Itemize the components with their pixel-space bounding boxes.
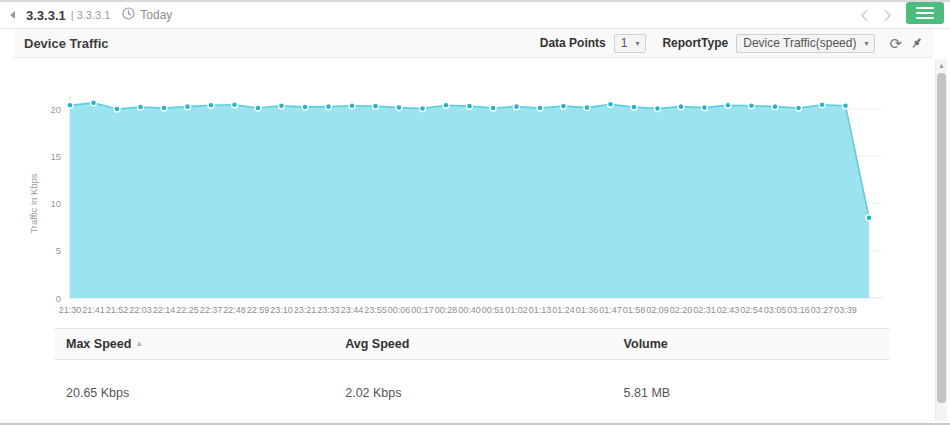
svg-text:21:30: 21:30	[59, 305, 82, 315]
svg-text:02:09: 02:09	[646, 305, 669, 315]
sort-asc-icon: ▲	[135, 339, 143, 348]
svg-text:23:44: 23:44	[341, 305, 364, 315]
svg-text:22:14: 22:14	[153, 305, 176, 315]
svg-text:23:21: 23:21	[294, 305, 317, 315]
nav-next-icon[interactable]	[883, 9, 892, 22]
report-type-label: ReportType	[662, 36, 728, 50]
avg-speed-value: 2.02 Kbps	[333, 360, 611, 410]
svg-text:02:31: 02:31	[693, 305, 716, 315]
svg-text:00:51: 00:51	[482, 305, 505, 315]
widget-title: Device Traffic	[24, 36, 109, 51]
svg-text:02:43: 02:43	[717, 305, 740, 315]
clock-icon	[122, 7, 135, 23]
svg-text:20: 20	[50, 104, 61, 115]
max-speed-value: 20.65 Kbps	[54, 360, 333, 410]
svg-text:01:47: 01:47	[599, 305, 622, 315]
device-name: 3.3.3.1	[26, 8, 66, 23]
svg-text:01:24: 01:24	[552, 305, 575, 315]
data-points-select[interactable]: 1 ▾	[614, 34, 647, 53]
widget-toolbar: Device Traffic Data Points 1 ▾ ReportTyp…	[14, 29, 933, 58]
svg-text:22:25: 22:25	[176, 305, 199, 315]
scrollbar-thumb[interactable]	[937, 73, 946, 403]
report-type-select[interactable]: Device Traffic(speed) ▾	[736, 34, 875, 53]
caret-down-icon: ▾	[635, 39, 639, 48]
summary-table: Max Speed▲ Avg Speed Volume 20.65 Kbps 2…	[54, 328, 890, 410]
svg-text:23:55: 23:55	[364, 305, 387, 315]
period-label[interactable]: Today	[140, 8, 172, 22]
caret-down-icon: ▾	[864, 39, 868, 48]
svg-text:22:03: 22:03	[129, 305, 152, 315]
svg-text:21:41: 21:41	[82, 305, 105, 315]
svg-text:00:17: 00:17	[411, 305, 434, 315]
page: 3.3.3.1 | 3.3.3.1 Today Device Traffic D…	[0, 0, 950, 425]
svg-text:03:27: 03:27	[811, 305, 834, 315]
column-header-avg-speed[interactable]: Avg Speed	[333, 329, 611, 359]
table-row: 20.65 Kbps 2.02 Kbps 5.81 MB	[54, 360, 890, 410]
pin-icon[interactable]	[910, 36, 923, 50]
vertical-scrollbar[interactable]: ▲	[935, 59, 947, 420]
column-header-volume[interactable]: Volume	[612, 329, 890, 359]
data-points-label: Data Points	[540, 36, 606, 50]
svg-text:22:59: 22:59	[247, 305, 270, 315]
chart-area: 0510152021:3021:4121:5222:0322:1422:2522…	[0, 58, 950, 320]
svg-text:01:58: 01:58	[623, 305, 646, 315]
svg-text:00:40: 00:40	[458, 305, 481, 315]
svg-text:22:48: 22:48	[223, 305, 246, 315]
svg-text:15: 15	[50, 151, 61, 162]
menu-button[interactable]	[906, 2, 944, 24]
scroll-up-icon[interactable]: ▲	[936, 59, 947, 71]
svg-text:03:39: 03:39	[834, 305, 857, 315]
traffic-chart-svg[interactable]: 0510152021:3021:4121:5222:0322:1422:2522…	[26, 86, 898, 320]
svg-text:22:37: 22:37	[200, 305, 223, 315]
back-icon[interactable]	[8, 10, 16, 20]
svg-text:0: 0	[56, 293, 61, 304]
svg-text:01:02: 01:02	[505, 305, 528, 315]
svg-text:00:28: 00:28	[435, 305, 458, 315]
svg-text:02:54: 02:54	[740, 305, 763, 315]
refresh-icon[interactable]: ⟳	[889, 36, 902, 51]
topbar: 3.3.3.1 | 3.3.3.1 Today	[0, 2, 950, 29]
svg-text:Traffic in Kbps: Traffic in Kbps	[28, 173, 39, 233]
volume-value: 5.81 MB	[612, 360, 890, 410]
svg-text:02:20: 02:20	[670, 305, 693, 315]
svg-text:03:05: 03:05	[764, 305, 787, 315]
device-subtitle: | 3.3.3.1	[71, 9, 111, 21]
svg-text:03:16: 03:16	[787, 305, 810, 315]
svg-text:5: 5	[56, 245, 61, 256]
svg-text:23:33: 23:33	[317, 305, 340, 315]
data-points-value: 1	[621, 36, 628, 50]
svg-text:00:06: 00:06	[388, 305, 411, 315]
svg-text:23:10: 23:10	[270, 305, 293, 315]
svg-text:10: 10	[50, 198, 61, 209]
report-type-value: Device Traffic(speed)	[743, 36, 856, 50]
column-header-max-speed[interactable]: Max Speed▲	[54, 329, 333, 359]
svg-text:01:36: 01:36	[576, 305, 599, 315]
table-header-row: Max Speed▲ Avg Speed Volume	[54, 328, 890, 360]
svg-text:21:52: 21:52	[106, 305, 129, 315]
nav-prev-icon[interactable]	[860, 9, 869, 22]
svg-text:01:13: 01:13	[529, 305, 552, 315]
